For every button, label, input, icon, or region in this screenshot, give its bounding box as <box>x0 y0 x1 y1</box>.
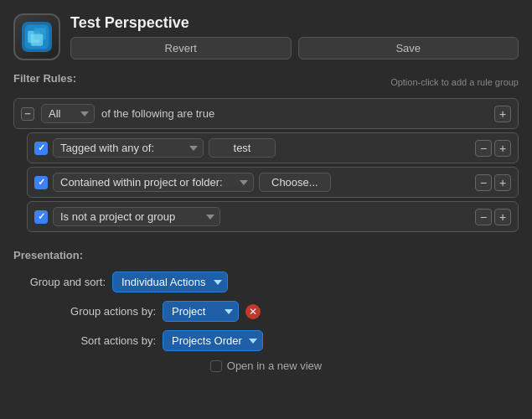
filter-header-row: Filter Rules: Option-click to add a rule… <box>13 72 519 91</box>
group-add-btn-group: + <box>494 106 511 122</box>
presentation-section: Presentation: Group and sort: Individual… <box>13 249 519 372</box>
app-icon <box>13 13 60 60</box>
rule-0-btn-group: − + <box>475 140 511 157</box>
filter-rules-section: Filter Rules: Option-click to add a rule… <box>13 72 519 232</box>
rule-2-btn-group: − + <box>475 209 511 225</box>
rule-2-remove-button[interactable]: − <box>475 209 492 225</box>
svg-rect-4 <box>31 34 43 45</box>
rule-rows-container: Tagged with any of: Tagged with all of: … <box>27 132 519 232</box>
rule-row-0: Tagged with any of: Tagged with all of: … <box>27 132 519 163</box>
header-right: Test Perspective Revert Save <box>70 14 519 59</box>
rule-0-remove-button[interactable]: − <box>475 140 492 157</box>
group-checkbox[interactable] <box>21 107 34 121</box>
group-sort-row: Group and sort: Individual Actions Proje… <box>13 272 519 292</box>
group-add-button[interactable]: + <box>494 106 511 122</box>
perspective-title: Test Perspective <box>70 14 519 32</box>
rule-1-remove-button[interactable]: − <box>475 174 492 191</box>
rule-2-condition-dropdown[interactable]: Is not a project or group Is a project o… <box>53 207 220 226</box>
rule-2-checkbox[interactable] <box>34 210 48 224</box>
group-sort-dropdown[interactable]: Individual Actions Projects Due Date <box>112 272 228 292</box>
rule-row-1: Contained within project or folder: Not … <box>27 167 519 198</box>
rule-1-checkbox[interactable] <box>34 176 48 189</box>
rule-1-choose-button[interactable]: Choose... <box>259 173 331 192</box>
rule-0-condition-dropdown[interactable]: Tagged with any of: Tagged with all of: … <box>53 138 204 158</box>
header-buttons: Revert Save <box>70 37 519 59</box>
rule-1-btn-group: − + <box>475 174 511 191</box>
group-suffix-text: of the following are true <box>101 107 214 120</box>
sort-actions-row: Sort actions by: Projects Order Due Date… <box>39 330 519 351</box>
sort-actions-label: Sort actions by: <box>39 334 156 347</box>
rule-1-add-button[interactable]: + <box>494 174 511 191</box>
group-sort-label: Group and sort: <box>13 276 106 288</box>
rule-2-add-button[interactable]: + <box>494 209 511 225</box>
match-dropdown[interactable]: All Any None <box>41 104 95 123</box>
filter-rules-label: Filter Rules: <box>13 72 76 85</box>
rule-0-checkbox[interactable] <box>34 142 48 155</box>
rule-group-row: All Any None of the following are true + <box>13 98 519 129</box>
header: Test Perspective Revert Save <box>13 13 519 60</box>
rule-row-2: Is not a project or group Is a project o… <box>27 201 519 232</box>
rule-0-add-button[interactable]: + <box>494 140 511 157</box>
save-button[interactable]: Save <box>298 37 519 59</box>
group-actions-remove-button[interactable]: ✕ <box>245 304 261 319</box>
open-new-view-checkbox[interactable] <box>210 360 222 372</box>
group-actions-label: Group actions by: <box>39 305 156 318</box>
open-new-view-row: Open in a new view <box>13 360 519 372</box>
sort-actions-dropdown[interactable]: Projects Order Due Date Title Tags <box>163 330 263 351</box>
revert-button[interactable]: Revert <box>70 37 292 59</box>
open-new-view-label: Open in a new view <box>227 360 322 372</box>
rule-0-value: test <box>209 138 276 158</box>
group-actions-row: Group actions by: Project Due Date Tags … <box>39 301 519 322</box>
group-actions-dropdown[interactable]: Project Due Date Tags None <box>163 301 239 322</box>
option-click-hint: Option-click to add a rule group <box>390 77 519 87</box>
rule-1-condition-dropdown[interactable]: Contained within project or folder: Not … <box>53 173 254 192</box>
presentation-label: Presentation: <box>13 249 519 261</box>
